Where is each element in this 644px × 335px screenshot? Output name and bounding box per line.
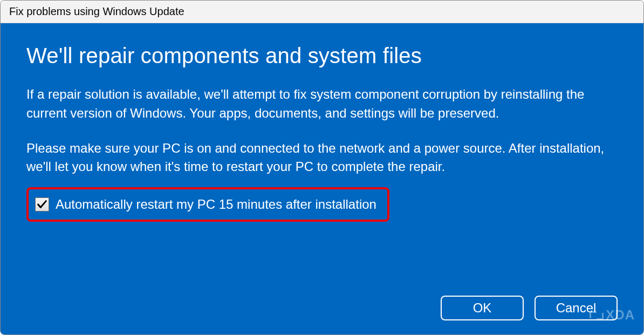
dialog-content: We'll repair components and system files… bbox=[1, 23, 643, 334]
ok-button[interactable]: OK bbox=[441, 296, 524, 320]
titlebar[interactable]: Fix problems using Windows Update bbox=[1, 1, 643, 23]
description-text: If a repair solution is available, we'll… bbox=[26, 85, 618, 123]
page-heading: We'll repair components and system files bbox=[26, 44, 618, 68]
note-text: Please make sure your PC is on and conne… bbox=[26, 139, 618, 177]
highlight-box: Automatically restart my PC 15 minutes a… bbox=[26, 187, 389, 222]
cancel-button[interactable]: Cancel bbox=[535, 296, 618, 320]
dialog-window: Fix problems using Windows Update We'll … bbox=[0, 0, 644, 335]
button-row: OK Cancel bbox=[441, 296, 618, 320]
auto-restart-checkbox[interactable] bbox=[35, 197, 49, 211]
auto-restart-label: Automatically restart my PC 15 minutes a… bbox=[56, 197, 376, 212]
window-title: Fix problems using Windows Update bbox=[9, 5, 184, 17]
checkmark-icon bbox=[36, 199, 48, 210]
